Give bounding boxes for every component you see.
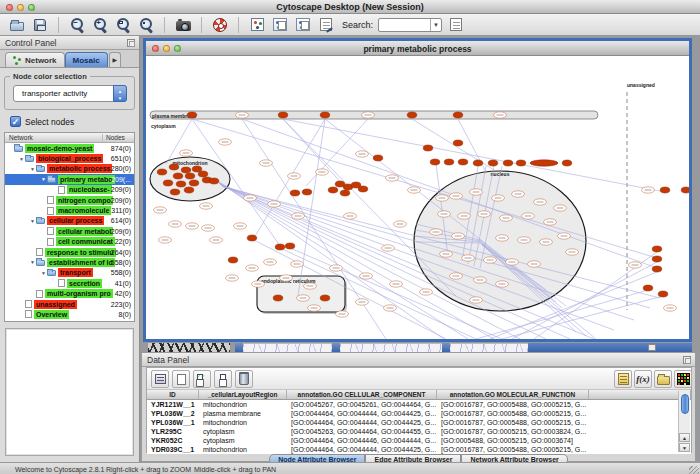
selected-gene-node[interactable] — [275, 244, 285, 250]
selected-gene-node[interactable] — [658, 291, 668, 297]
import-attributes-button[interactable] — [654, 370, 672, 388]
cell-region[interactable]: cytoplasm — [199, 436, 287, 445]
selected-gene-node[interactable] — [157, 169, 167, 175]
zoom-fit-button[interactable] — [137, 16, 155, 34]
network-window-titlebar[interactable]: primary metabolic process — [146, 41, 689, 56]
tab-overflow-button[interactable]: ▶ — [109, 52, 121, 67]
selected-gene-node[interactable] — [340, 190, 350, 196]
attribute-editor-button[interactable] — [614, 370, 632, 388]
selected-gene-node[interactable] — [302, 189, 312, 195]
tree-row[interactable]: cellular metabol209(0) — [5, 226, 134, 236]
selected-gene-node[interactable] — [209, 178, 219, 184]
selected-gene-node[interactable] — [488, 160, 498, 166]
tree-row[interactable]: macromolecule311(0) — [5, 205, 134, 215]
search-input[interactable]: ▼ — [378, 18, 442, 32]
selected-gene-node[interactable] — [185, 173, 195, 179]
vizmapper-button[interactable] — [271, 16, 289, 34]
selected-gene-node[interactable] — [169, 164, 179, 170]
selected-gene-node-wide[interactable] — [530, 160, 558, 166]
tree-row[interactable]: response to stimulu264(0) — [5, 247, 134, 257]
cell-mf[interactable]: [GO:0016787, GO:0005488, GO:0005215, G..… — [437, 400, 589, 409]
cell-id[interactable]: YJR121W__1 — [147, 400, 199, 409]
annotation-button[interactable] — [294, 16, 312, 34]
chevron-down-icon[interactable]: ▼ — [430, 19, 441, 31]
tree-col-nodes[interactable]: Nodes — [102, 134, 125, 141]
tree-row[interactable]: secretion41(0) — [5, 278, 134, 288]
cell-cc[interactable]: [GO:0045267, GO:0045261, GO:0044464, G..… — [287, 400, 437, 409]
selected-gene-node[interactable] — [458, 159, 468, 165]
selected-gene-node[interactable] — [181, 167, 191, 173]
tree-col-network[interactable]: Network — [9, 134, 33, 141]
select-nodes-checkbox[interactable]: ✓ — [10, 116, 21, 127]
selected-gene-node[interactable] — [176, 181, 186, 187]
table-row[interactable]: YPL036W__1mitochondrion[GO:0044464, GO:0… — [147, 418, 691, 427]
open-button[interactable] — [8, 16, 26, 34]
network-overview-button[interactable] — [248, 16, 266, 34]
cell-id[interactable]: YKR052C — [147, 436, 199, 445]
attribute-table-button[interactable] — [151, 370, 169, 388]
unselect-attributes-button[interactable] — [214, 370, 232, 388]
cell-cc[interactable]: [GO:0044464, GO:0044444, GO:0044425, G..… — [287, 418, 437, 427]
snapshot-button[interactable] — [174, 16, 192, 34]
tree-row[interactable]: ▼primary metabo209(... — [5, 174, 134, 184]
selected-gene-node[interactable] — [407, 112, 417, 118]
selected-gene-node[interactable] — [681, 187, 689, 193]
zoom-in-button[interactable]: + — [91, 16, 109, 34]
cell-region[interactable]: mitochondrion — [199, 445, 287, 454]
scroll-down-button[interactable]: ▼ — [679, 443, 690, 452]
search-options-button[interactable] — [447, 16, 465, 34]
cell-cc[interactable]: [GO:0044464, GO:0044444, GO:0044425, G..… — [287, 445, 437, 454]
selected-gene-node[interactable] — [643, 285, 653, 291]
edge[interactable] — [218, 181, 444, 339]
tree-row[interactable]: ▼biological_process651(0) — [5, 153, 134, 163]
tab-mosaic[interactable]: Mosaic — [65, 52, 108, 67]
selected-gene-node[interactable] — [503, 160, 513, 166]
background-window-fragment[interactable] — [528, 343, 692, 352]
help-button[interactable] — [211, 16, 229, 34]
scroll-up-button[interactable]: ▲ — [679, 433, 690, 442]
cell-mf[interactable]: [GO:0005488, GO:0005215, GO:0003674] — [437, 436, 589, 445]
cell-cc[interactable]: [GO:0045263, GO:0044464, GO:0044455, G..… — [287, 427, 437, 436]
selected-gene-node[interactable] — [328, 187, 338, 193]
save-button[interactable] — [31, 16, 49, 34]
cell-region[interactable]: cytoplasm — [199, 427, 287, 436]
selected-gene-node[interactable] — [453, 140, 463, 146]
cell-mf[interactable]: [GO:0016787, GO:0005215, GO:0003824, G..… — [437, 427, 589, 436]
selected-gene-node[interactable] — [660, 187, 670, 193]
heatmap-button[interactable] — [674, 370, 692, 388]
selected-gene-node[interactable] — [423, 145, 433, 151]
tree-row[interactable]: ▼cellular process614(0) — [5, 216, 134, 226]
selected-gene-node[interactable] — [652, 266, 662, 272]
float-panel-icon[interactable] — [683, 356, 691, 364]
tree-row[interactable]: mosaic-demo-yeast874(0) — [5, 143, 134, 153]
scrollbar-thumb[interactable] — [681, 394, 689, 414]
cell-id[interactable]: YDR039C__1 — [147, 445, 199, 454]
cell-cc[interactable]: [GO:0044464, GO:0044446, GO:0044444, G..… — [287, 436, 437, 445]
tree-row[interactable]: unassigned223(0) — [5, 299, 134, 309]
table-row[interactable]: YPL036W__2plasma membrane[GO:0044464, GO… — [147, 409, 691, 418]
tree-row[interactable]: ▼transport558(0) — [5, 268, 134, 278]
tree-row[interactable]: ▼metabolic process280(0) — [5, 164, 134, 174]
selected-gene-node[interactable] — [652, 246, 662, 252]
tree-row[interactable]: cell communicat22(0) — [5, 237, 134, 247]
selected-gene-node[interactable] — [184, 187, 194, 193]
zoom-selected-button[interactable] — [114, 16, 132, 34]
selected-gene-node[interactable] — [373, 155, 383, 161]
selected-gene-node[interactable] — [430, 159, 440, 165]
tree-row[interactable]: multi-organism pro42(0) — [5, 288, 134, 298]
tree-row[interactable]: Overview8(0) — [5, 309, 134, 319]
selected-gene-node[interactable] — [358, 186, 368, 192]
background-window-fragment[interactable] — [148, 343, 230, 352]
cell-id[interactable]: YPL036W__2 — [147, 409, 199, 418]
table-row[interactable]: YKR052Ccytoplasm[GO:0044464, GO:0044446,… — [147, 436, 691, 445]
background-window-fragment[interactable] — [243, 343, 332, 352]
cell-id[interactable]: YPL036W__1 — [147, 418, 199, 427]
selected-gene-node[interactable] — [273, 295, 283, 301]
selected-gene-node[interactable] — [652, 256, 662, 262]
cell-mf[interactable]: [GO:0016787, GO:0005488, GO:0005215, G..… — [437, 445, 589, 454]
cell-region[interactable]: plasma membrane — [199, 409, 287, 418]
cell-id[interactable]: YLR295C — [147, 427, 199, 436]
selected-gene-node[interactable] — [285, 243, 295, 249]
selected-gene-node[interactable] — [473, 160, 483, 166]
table-vertical-scrollbar[interactable]: ▲ ▼ — [678, 391, 690, 452]
